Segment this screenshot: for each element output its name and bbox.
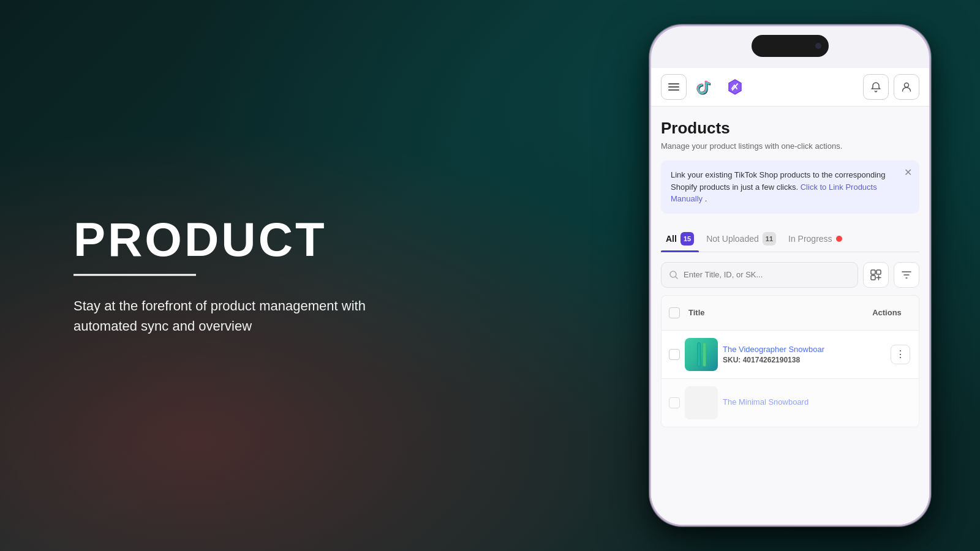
header-checkbox-col (669, 307, 684, 318)
hexagon-icon (726, 78, 744, 96)
svg-rect-2 (668, 89, 679, 91)
svg-rect-0 (668, 83, 679, 84)
product-sku: SKU: 40174262190138 (723, 356, 884, 364)
tab-all-label: All (666, 234, 677, 244)
page-content: Products Manage your product listings wi… (651, 107, 929, 524)
profile-button[interactable] (894, 74, 919, 100)
notification-button[interactable] (863, 74, 889, 100)
page-subtitle: Stay at the forefront of product managem… (74, 296, 380, 336)
tab-in-progress[interactable]: In Progress (783, 228, 847, 250)
row-more-button[interactable]: ⋮ (891, 345, 910, 364)
search-input[interactable] (684, 270, 850, 279)
top-nav (651, 68, 929, 107)
product-thumbnail (685, 386, 718, 419)
row-checkbox[interactable] (669, 397, 680, 408)
columns-button[interactable] (863, 262, 889, 288)
menu-button[interactable] (661, 74, 687, 100)
row-checkbox[interactable] (669, 349, 680, 360)
filter-button[interactable] (894, 262, 919, 288)
app-logo (722, 74, 748, 100)
dynamic-island (752, 35, 829, 57)
svg-rect-6 (876, 270, 881, 274)
phone-screen: Products Manage your product listings wi… (651, 26, 929, 525)
products-title: Products (661, 119, 919, 138)
columns-icon (870, 269, 881, 280)
page-title: PRODUCT (74, 216, 380, 263)
table-header: Title Actions (661, 295, 919, 331)
product-info: The Videographer Snowboar SKU: 401742621… (723, 345, 884, 364)
products-subtitle: Manage your product listings with one-cl… (661, 141, 919, 151)
product-thumbnail (685, 338, 718, 371)
tiktok-icon (696, 78, 713, 96)
camera-sensor (815, 43, 821, 49)
svg-rect-7 (871, 276, 875, 280)
info-banner: Link your existing TikTok Shop products … (661, 160, 919, 214)
product-name[interactable]: The Videographer Snowboar (723, 345, 884, 354)
tab-all-badge: 15 (680, 232, 694, 246)
svg-rect-5 (871, 270, 875, 274)
snowboard-visual (697, 342, 706, 367)
tab-not-uploaded-label: Not Uploaded (706, 234, 759, 244)
tab-all[interactable]: All 15 (661, 226, 699, 252)
svg-rect-1 (668, 86, 679, 88)
row-actions: ⋮ (889, 343, 911, 365)
search-icon (669, 270, 679, 280)
bell-icon (870, 81, 881, 92)
filter-icon (901, 269, 912, 280)
tab-not-uploaded-badge: 11 (763, 232, 776, 246)
tab-in-progress-badge (836, 236, 842, 242)
product-name[interactable]: The Minimal Snowboard (723, 397, 911, 407)
app-content: Products Manage your product listings wi… (651, 68, 929, 525)
products-table: Title Actions (661, 295, 919, 427)
banner-close-button[interactable]: ✕ (904, 167, 912, 178)
select-all-checkbox[interactable] (669, 307, 680, 318)
banner-text: Link your existing TikTok Shop products … (671, 170, 885, 203)
svg-point-3 (905, 83, 909, 88)
header-title-col: Title (688, 308, 858, 317)
user-icon (901, 81, 912, 92)
table-row: The Minimal Snowboard (661, 379, 919, 427)
header-actions-col: Actions (862, 302, 911, 324)
tiktok-logo (692, 74, 717, 100)
menu-icon (668, 81, 679, 92)
board-2 (703, 342, 706, 367)
product-tabs: All 15 Not Uploaded 11 In Progress (661, 226, 919, 252)
tab-in-progress-label: In Progress (788, 234, 832, 244)
title-divider (74, 274, 196, 276)
phone-frame: Products Manage your product listings wi… (649, 24, 931, 527)
left-panel: PRODUCT Stay at the forefront of product… (74, 216, 380, 336)
board-1 (697, 342, 701, 367)
phone-device: Products Manage your product listings wi… (649, 24, 931, 527)
tab-not-uploaded[interactable]: Not Uploaded 11 (701, 226, 781, 252)
table-row: The Videographer Snowboar SKU: 401742621… (661, 331, 919, 379)
search-wrap (661, 262, 858, 288)
search-row (661, 262, 919, 288)
product-info: The Minimal Snowboard (723, 397, 911, 408)
